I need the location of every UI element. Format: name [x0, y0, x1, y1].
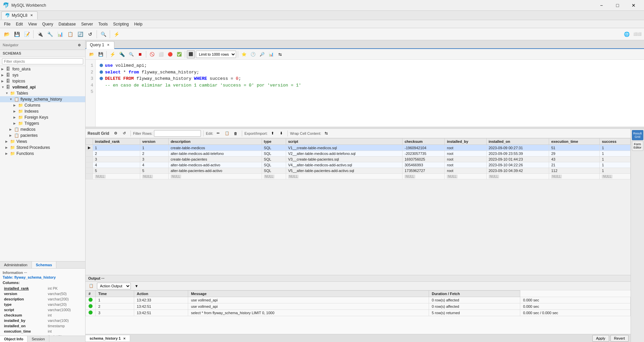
- tree-item-triggers[interactable]: ▶ 📁 Triggers: [0, 120, 85, 126]
- edit-btn[interactable]: ✏: [215, 130, 222, 137]
- minimize-button[interactable]: −: [594, 1, 609, 10]
- performance-button[interactable]: ⚡: [112, 30, 121, 39]
- table-row[interactable]: 33create-table-pacientesSQLV3__create-ta…: [86, 157, 631, 162]
- wrap-btn[interactable]: ⇆: [323, 130, 330, 137]
- tree-item-foreign-keys[interactable]: ▶ 📁 Foreign Keys: [0, 114, 85, 120]
- administration-tab[interactable]: Administration: [0, 262, 32, 268]
- tree-item-foro-alura[interactable]: ▶ 🗄 foro_alura: [0, 66, 85, 72]
- filter-objects-input[interactable]: [2, 58, 83, 64]
- query-stats-button[interactable]: 📊: [267, 50, 275, 58]
- menu-help[interactable]: Help: [131, 21, 145, 27]
- tree-item-vollmed-api[interactable]: ▼ 🗄 vollmed_api: [0, 84, 85, 90]
- form-editor-sidebar-btn[interactable]: Form Editor: [632, 141, 643, 151]
- menu-view[interactable]: View: [25, 21, 40, 27]
- copy-row-btn[interactable]: 📋: [223, 130, 231, 137]
- table-row[interactable]: 22alter-table-medicos-add-telefonoSQLV2_…: [86, 151, 631, 157]
- tree-item-indexes[interactable]: ▶ 📁 Indexes: [0, 108, 85, 114]
- tree-item-tables[interactable]: ▼ 📁 Tables: [0, 90, 85, 96]
- result-grid-sidebar-btn[interactable]: Result Grid: [632, 130, 643, 140]
- menu-tools[interactable]: Tools: [96, 21, 110, 27]
- output-dropdown-btn[interactable]: ▼: [133, 282, 140, 290]
- delete-row-btn[interactable]: 🗑: [232, 130, 239, 137]
- save-script-button[interactable]: 📝: [22, 30, 32, 39]
- save-sql-button[interactable]: 💾: [97, 50, 105, 58]
- sql-content[interactable]: use vollmed_api; select * from flyway_sc…: [96, 60, 644, 127]
- col-header-success[interactable]: success: [600, 138, 631, 145]
- col-header-installed-by[interactable]: installed_by: [445, 138, 486, 145]
- query-tab-1[interactable]: Query 1 ✕: [86, 41, 114, 49]
- maximize-button[interactable]: □: [610, 1, 625, 10]
- tree-item-flyway[interactable]: ▼ 📋 flyway_schema_history: [0, 96, 85, 102]
- refresh-button[interactable]: ↺: [86, 30, 95, 39]
- search-button[interactable]: 🔍: [99, 30, 108, 39]
- output-query-tab[interactable]: schema_history 1 ✕: [86, 335, 130, 341]
- session-tab[interactable]: Session: [28, 336, 49, 342]
- output-type-select[interactable]: Action Output History Output: [97, 283, 131, 289]
- tree-item-medicos[interactable]: ▶ 📋 medicos: [0, 126, 85, 132]
- tab-close-button[interactable]: ✕: [29, 13, 34, 17]
- bookmark-button[interactable]: ⭐: [240, 50, 248, 58]
- menu-edit[interactable]: Edit: [13, 21, 25, 27]
- toggle-results-button[interactable]: 🚫: [148, 50, 156, 58]
- new-tab-button[interactable]: ⬜: [157, 50, 165, 58]
- revert-button[interactable]: Revert: [610, 335, 629, 342]
- tree-item-sys[interactable]: ▶ 🗄 sys: [0, 72, 85, 78]
- col-header-description[interactable]: description: [168, 138, 262, 145]
- export-btn[interactable]: ⬆: [269, 130, 276, 137]
- schema-mgr-button[interactable]: 📊: [55, 30, 65, 39]
- menu-scripting[interactable]: Scripting: [110, 21, 131, 27]
- save-button[interactable]: 💾: [12, 30, 21, 39]
- col-header-installed-on[interactable]: installed_on: [486, 138, 549, 145]
- close-button[interactable]: ✕: [626, 1, 641, 10]
- tree-item-pacientes[interactable]: ▶ 📋 pacientes: [0, 132, 85, 138]
- menu-file[interactable]: File: [1, 21, 13, 27]
- menu-database[interactable]: Database: [56, 21, 78, 27]
- explain-button[interactable]: 🔍: [127, 50, 135, 58]
- tree-item-views[interactable]: ▶ 📁 Views: [0, 138, 85, 145]
- col-header-installed-rank[interactable]: installed_rank: [93, 138, 140, 145]
- limit-rows-select[interactable]: Limit to 1000 rows Don't Limit Limit to …: [196, 51, 236, 58]
- stop-button[interactable]: ⏹: [136, 50, 144, 58]
- open-sql-button[interactable]: 📂: [88, 50, 96, 58]
- object-info-tab[interactable]: Object Info: [0, 336, 28, 342]
- zoom-in-button[interactable]: 🔎: [258, 50, 266, 58]
- col-header-script[interactable]: script: [286, 138, 402, 145]
- layout-button[interactable]: ⬜⬜: [633, 30, 642, 39]
- filter-rows-input[interactable]: [154, 130, 201, 137]
- tree-item-stored-procs[interactable]: ▶ 📁 Stored Procedures: [0, 145, 85, 151]
- apply-button[interactable]: Apply: [592, 335, 609, 342]
- table-row[interactable]: ▶11create-table-medicosSQLV1__create-tab…: [86, 145, 631, 151]
- connection-tab-mysql8[interactable]: 🐬 MySQL8 ✕: [1, 11, 38, 19]
- import-btn[interactable]: ⬇: [278, 130, 285, 137]
- commit-button[interactable]: ✅: [175, 50, 183, 58]
- table-row[interactable]: 55alter-table-pacientes-add-activoSQLV5_…: [86, 168, 631, 174]
- col-header-execution-time[interactable]: execution_time: [549, 138, 600, 145]
- query-tab-close[interactable]: ✕: [106, 43, 111, 47]
- schemas-tab[interactable]: Schemas: [32, 262, 56, 268]
- history-button[interactable]: 🕐: [249, 50, 257, 58]
- table-mgr-button[interactable]: 📋: [65, 30, 75, 39]
- navigator-options-button[interactable]: ⚙: [76, 42, 83, 48]
- stop2-button[interactable]: 🔴: [166, 50, 174, 58]
- tree-item-columns[interactable]: ▶ 📁 Columns: [0, 102, 85, 108]
- word-wrap-button[interactable]: ⇆: [276, 50, 284, 58]
- col-header-type[interactable]: type: [262, 138, 286, 145]
- open-folder-button[interactable]: 📂: [2, 30, 11, 39]
- col-header-checksum[interactable]: checksum: [402, 138, 445, 145]
- migration-button[interactable]: 🔄: [75, 30, 85, 39]
- connect-button[interactable]: 🔌: [35, 30, 45, 39]
- menu-query[interactable]: Query: [40, 21, 56, 27]
- output-copy-btn[interactable]: 📋: [88, 282, 95, 290]
- execute-button[interactable]: ⚡: [108, 50, 117, 58]
- beautify-button[interactable]: ⬛: [187, 50, 195, 58]
- result-grid-options[interactable]: ⚙: [112, 130, 119, 137]
- globe-button[interactable]: 🌐: [622, 30, 631, 39]
- table-row[interactable]: 44alter-table-medicos-add-activoSQLV4__a…: [86, 162, 631, 168]
- col-header-version[interactable]: version: [140, 138, 169, 145]
- tree-item-functions[interactable]: ▶ 📁 Functions: [0, 151, 85, 157]
- execute-selection-button[interactable]: 🔦: [118, 50, 126, 58]
- output-tab-close[interactable]: ✕: [123, 337, 126, 340]
- connection-mgr-button[interactable]: 🔧: [45, 30, 55, 39]
- menu-server[interactable]: Server: [78, 21, 96, 27]
- result-refresh-btn[interactable]: ↺: [121, 130, 128, 137]
